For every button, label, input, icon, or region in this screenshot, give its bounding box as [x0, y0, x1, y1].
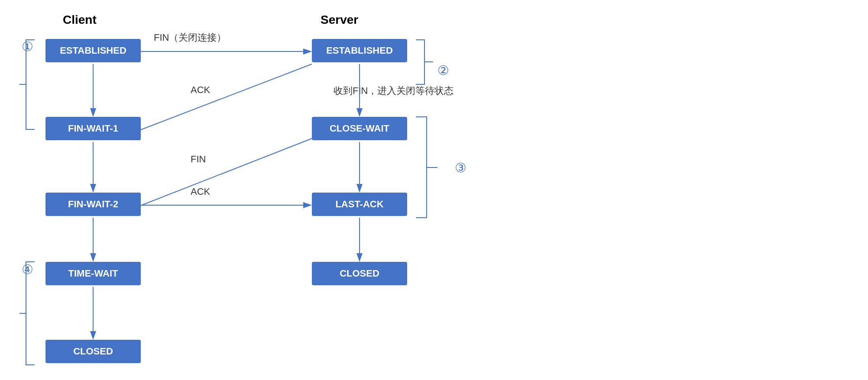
- svg-line-7: [142, 138, 312, 205]
- annotation-4: ④: [22, 262, 33, 277]
- close-wait: CLOSE-WAIT: [312, 117, 407, 140]
- annotation-3: ③: [455, 160, 466, 175]
- fin-wait-1: FIN-WAIT-1: [45, 117, 141, 140]
- ack1-label: ACK: [191, 84, 210, 96]
- server-closed: CLOSED: [312, 262, 407, 285]
- time-wait: TIME-WAIT: [45, 262, 141, 285]
- svg-line-4: [142, 64, 312, 129]
- ack2-label: ACK: [191, 186, 210, 197]
- annotation-2: ②: [437, 63, 449, 78]
- note1-label: 收到FIN，进入关闭等待状态: [334, 84, 453, 97]
- diagram-container: Client Server ESTABLISHED ESTABLISHED FI…: [0, 0, 868, 380]
- fin2-label: FIN: [191, 154, 206, 165]
- last-ack: LAST-ACK: [312, 193, 407, 216]
- server-established: ESTABLISHED: [312, 39, 407, 62]
- client-header: Client: [63, 13, 97, 27]
- client-established: ESTABLISHED: [45, 39, 141, 62]
- fin-wait-2: FIN-WAIT-2: [45, 193, 141, 216]
- client-closed: CLOSED: [45, 340, 141, 363]
- fin-close-label: FIN（关闭连接）: [154, 31, 226, 44]
- annotation-1: ①: [22, 39, 33, 54]
- server-header: Server: [321, 13, 358, 27]
